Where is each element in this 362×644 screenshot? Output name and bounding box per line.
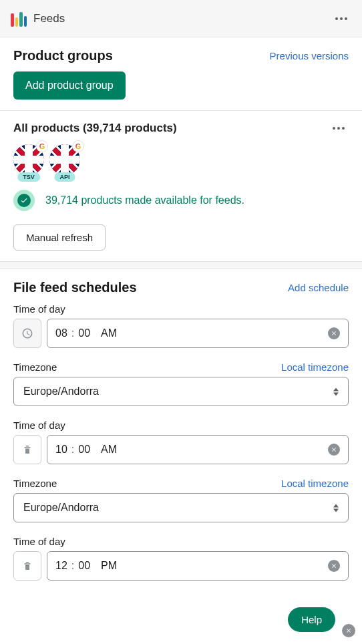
timezone-value: Europe/Andorra xyxy=(23,502,99,514)
clear-time-icon[interactable] xyxy=(328,444,340,456)
close-help-icon[interactable] xyxy=(342,624,355,637)
page-title: Feeds xyxy=(33,12,65,25)
timezone-label: Timezone xyxy=(13,361,57,373)
add-schedule-link[interactable]: Add schedule xyxy=(288,282,349,293)
time-of-day-label: Time of day xyxy=(13,536,349,547)
time-of-day-label: Time of day xyxy=(13,303,349,315)
time-value: 08 : 00 AM xyxy=(55,327,117,339)
delete-schedule-button[interactable] xyxy=(13,435,41,464)
time-of-day-label: Time of day xyxy=(13,420,349,431)
status-text: 39,714 products made available for feeds… xyxy=(45,194,244,206)
product-group-card: All products (39,714 products) TSV API 3… xyxy=(0,111,362,261)
local-timezone-link[interactable]: Local timezone xyxy=(281,361,349,373)
feed-destination-uk-api[interactable]: API xyxy=(49,144,80,175)
schedules-heading: File feed schedules xyxy=(13,280,137,295)
select-arrows-icon xyxy=(333,387,339,396)
group-header: All products (39,714 products) xyxy=(13,122,349,135)
manual-refresh-button[interactable]: Manual refresh xyxy=(13,224,106,251)
time-input[interactable]: 08 : 00 AM xyxy=(47,319,349,348)
add-product-group-button[interactable]: Add product group xyxy=(13,71,126,100)
google-badge-icon xyxy=(36,140,48,152)
select-arrows-icon xyxy=(333,504,339,512)
product-groups-heading: Product groups xyxy=(13,48,113,63)
timezone-label: Timezone xyxy=(13,478,57,489)
time-input[interactable]: 12 : 00 PM xyxy=(47,551,349,581)
delete-schedule-button[interactable] xyxy=(13,551,41,581)
schedule-time-row: 12 : 00 PM xyxy=(13,551,349,581)
group-title: All products (39,714 products) xyxy=(13,122,177,135)
time-minutes: 00 xyxy=(78,327,90,339)
time-value: 12 : 00 PM xyxy=(55,560,117,572)
timezone-select[interactable]: Europe/Andorra xyxy=(13,377,349,406)
topbar-more-icon[interactable] xyxy=(331,13,351,24)
success-check-icon xyxy=(13,190,35,211)
time-ampm: PM xyxy=(101,560,117,572)
time-hours: 08 xyxy=(55,327,67,339)
time-value: 10 : 00 AM xyxy=(55,444,117,456)
group-more-icon[interactable] xyxy=(329,123,349,134)
timezone-value: Europe/Andorra xyxy=(23,385,99,397)
time-minutes: 00 xyxy=(78,560,90,572)
time-input[interactable]: 10 : 00 AM xyxy=(47,435,349,464)
feed-destination-uk-tsv[interactable]: TSV xyxy=(13,144,44,175)
help-button[interactable]: Help xyxy=(288,607,335,632)
timezone-label-row: Timezone Local timezone xyxy=(13,361,349,373)
product-groups-section: Product groups Previous versions Add pro… xyxy=(0,37,362,110)
timezone-label-row: Timezone Local timezone xyxy=(13,478,349,489)
section-gap xyxy=(0,261,362,269)
time-hours: 10 xyxy=(55,444,67,456)
feed-type-pill: API xyxy=(54,172,75,182)
time-hours: 12 xyxy=(55,560,67,572)
local-timezone-link[interactable]: Local timezone xyxy=(281,478,349,489)
clear-time-icon[interactable] xyxy=(328,560,340,572)
feed-type-pill: TSV xyxy=(17,172,40,182)
status-row: 39,714 products made available for feeds… xyxy=(13,190,349,211)
time-ampm: AM xyxy=(101,444,117,456)
topbar: Feeds xyxy=(0,0,362,37)
topbar-left: Feeds xyxy=(11,11,65,27)
previous-versions-link[interactable]: Previous versions xyxy=(270,50,349,61)
time-minutes: 00 xyxy=(78,444,90,456)
clock-icon xyxy=(13,319,41,348)
timezone-select[interactable]: Europe/Andorra xyxy=(13,493,349,522)
schedules-section: File feed schedules Add schedule Time of… xyxy=(0,269,362,591)
feed-destinations: TSV API xyxy=(13,144,349,175)
schedule-time-row: 10 : 00 AM xyxy=(13,435,349,464)
schedule-time-row: 08 : 00 AM xyxy=(13,319,349,348)
time-ampm: AM xyxy=(101,327,117,339)
app-logo-icon xyxy=(11,11,27,27)
schedules-header: File feed schedules Add schedule xyxy=(13,280,349,295)
google-badge-icon xyxy=(72,140,84,152)
clear-time-icon[interactable] xyxy=(328,327,340,339)
product-groups-header: Product groups Previous versions xyxy=(13,48,349,63)
